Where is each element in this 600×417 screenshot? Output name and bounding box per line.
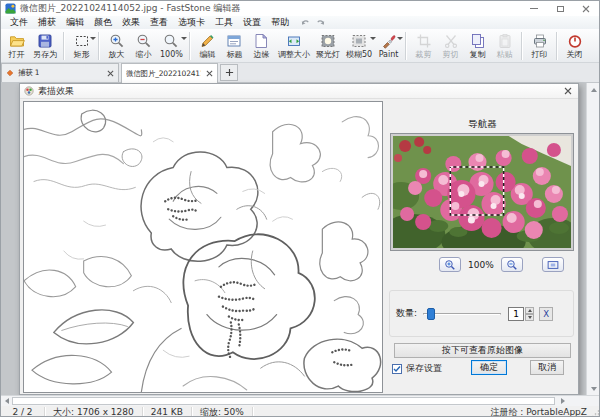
spotlight-label: 聚光灯: [316, 50, 340, 59]
scroll-left-button[interactable]: [1, 396, 12, 406]
maximize-icon: [557, 6, 564, 12]
minimize-button[interactable]: [521, 1, 547, 16]
blur-50-button[interactable]: 模糊50: [343, 30, 375, 62]
cancel-button[interactable]: 取消: [530, 360, 564, 375]
zoom-out-icon: [136, 33, 152, 49]
down-arrow-icon: [528, 316, 532, 319]
menu-settings[interactable]: 设置: [238, 16, 266, 29]
dialog-bottom-row: 保存设置 确定 取消: [387, 360, 578, 376]
status-zoom: 缩放: 50%: [192, 407, 253, 417]
close-icon: [582, 5, 590, 13]
menu-file[interactable]: 文件: [5, 16, 33, 29]
zoom-out-label: 缩小: [136, 50, 152, 59]
tab-image-active[interactable]: 微信图片_20221024114052.jpg: [121, 63, 218, 83]
crop-label: 裁剪: [416, 50, 432, 59]
caption-button[interactable]: 标题: [221, 30, 248, 62]
close-icon: [107, 70, 114, 77]
vertical-scrollbar[interactable]: [586, 83, 600, 395]
save-as-button[interactable]: 另存为: [30, 30, 60, 62]
zoom-100-label: 100%: [160, 50, 183, 59]
amount-reset-button[interactable]: X: [539, 307, 553, 321]
hscroll-thumb[interactable]: [12, 397, 555, 405]
effect-icon: [24, 86, 34, 96]
undo-icon[interactable]: [300, 17, 311, 28]
menu-tools[interactable]: 工具: [210, 16, 238, 29]
close-button[interactable]: [573, 1, 599, 16]
menu-help[interactable]: 帮助: [266, 16, 294, 29]
toolbar-separator: [63, 32, 65, 60]
slider-thumb[interactable]: [427, 308, 435, 320]
dialog-close-button[interactable]: [562, 85, 574, 97]
close-image-button[interactable]: 关闭: [561, 30, 588, 62]
dialog-title-bar[interactable]: 素描效果: [20, 84, 578, 99]
menu-view[interactable]: 查看: [145, 16, 173, 29]
ok-button[interactable]: 确定: [471, 360, 507, 375]
copy-button[interactable]: 复制: [464, 30, 491, 62]
scroll-down-button[interactable]: [587, 382, 600, 395]
amount-slider[interactable]: [423, 307, 501, 321]
resize-grip[interactable]: [592, 409, 600, 417]
menu-colors[interactable]: 颜色: [89, 16, 117, 29]
menu-tabs[interactable]: 选项卡: [173, 16, 210, 29]
right-arrow-icon: [561, 398, 565, 404]
save-settings-label: 保存设置: [406, 362, 442, 375]
spin-up-button[interactable]: [525, 307, 534, 314]
tab-bar: 捕获 1 微信图片_20221024114052.jpg: [1, 63, 599, 83]
toolbar-separator: [521, 32, 523, 60]
menu-edit[interactable]: 编辑: [61, 16, 89, 29]
up-arrow-icon: [528, 309, 532, 312]
zoom-out-button[interactable]: 缩小: [130, 30, 157, 62]
dropdown-caret-icon[interactable]: [181, 37, 187, 40]
edge-button[interactable]: 边缘: [248, 30, 275, 62]
blur-50-label: 模糊50: [346, 50, 372, 59]
maximize-button[interactable]: [547, 1, 573, 16]
menu-bar: 文件 捕获 编辑 颜色 效果 查看 选项卡 工具 设置 帮助: [1, 16, 599, 29]
resize-button[interactable]: 调整大小: [275, 30, 313, 62]
zoom-100-icon: [163, 33, 179, 49]
window-title: 微信图片_20221024114052.jpg - FastStone 编辑器: [20, 2, 240, 15]
horizontal-scrollbar[interactable]: [1, 395, 600, 406]
scroll-up-button[interactable]: [587, 83, 600, 96]
sketch-preview[interactable]: [23, 101, 383, 393]
scroll-right-button[interactable]: [557, 396, 568, 406]
checkbox-box[interactable]: [392, 364, 402, 374]
new-tab-button[interactable]: [220, 64, 238, 81]
zoom-out-icon: [506, 259, 518, 271]
zoom-100-button[interactable]: 100%: [157, 30, 186, 62]
zoom-in-button[interactable]: 放大: [103, 30, 130, 62]
spotlight-button[interactable]: 聚光灯: [313, 30, 343, 62]
app-window: 微信图片_20221024114052.jpg - FastStone 编辑器 …: [0, 0, 600, 417]
status-registered: 注册给 : PortableAppZ: [490, 406, 600, 417]
nav-zoom-out-button[interactable]: [501, 257, 523, 272]
navigator-photo[interactable]: [390, 133, 574, 251]
plus-icon: [225, 68, 234, 77]
save-settings-checkbox[interactable]: 保存设置: [392, 362, 442, 375]
dropdown-caret-icon[interactable]: [90, 37, 96, 40]
amount-groupbox: 数量: X: [389, 290, 574, 337]
toolbar-separator: [405, 32, 407, 60]
menu-capture[interactable]: 捕获: [33, 16, 61, 29]
edit-pencil-icon: [199, 33, 215, 49]
print-button[interactable]: 打印: [526, 30, 553, 62]
view-original-button[interactable]: 按下可查看原始图像: [394, 343, 571, 358]
menu-effects[interactable]: 效果: [117, 16, 145, 29]
paint-button[interactable]: Paint: [375, 30, 402, 62]
spotlight-icon: [320, 33, 336, 49]
amount-spinbox: [508, 307, 534, 321]
nav-fit-button[interactable]: [542, 257, 564, 272]
paste-label: 粘贴: [497, 50, 513, 59]
tab-capture-1[interactable]: 捕获 1: [1, 63, 119, 82]
dropdown-caret-icon[interactable]: [397, 37, 403, 40]
redo-icon[interactable]: [315, 17, 326, 28]
tab-close-button[interactable]: [206, 70, 213, 77]
nav-zoom-in-button[interactable]: [439, 257, 461, 272]
open-button[interactable]: 打开: [3, 30, 30, 62]
edit-button[interactable]: 编辑: [194, 30, 221, 62]
rectangle-select-icon: [74, 33, 90, 49]
rectangle-select-button[interactable]: 矩形: [68, 30, 95, 62]
toolbar-separator: [98, 32, 100, 60]
close-icon: [206, 70, 213, 77]
tab-close-button[interactable]: [107, 70, 114, 77]
amount-input[interactable]: [508, 307, 524, 321]
spin-down-button[interactable]: [525, 314, 534, 321]
